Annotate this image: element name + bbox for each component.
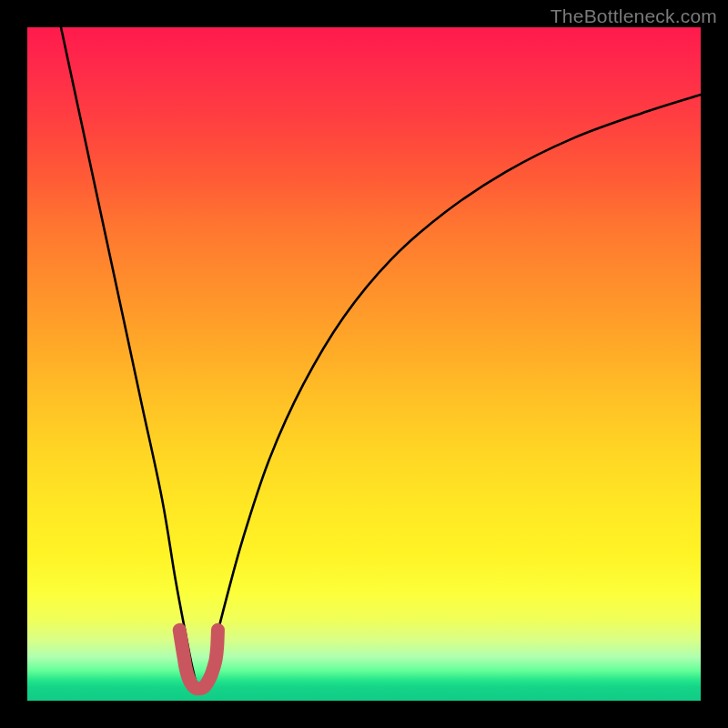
chart-plot-area [27, 27, 701, 701]
chart-svg [27, 27, 701, 701]
watermark-text: TheBottleneck.com [551, 5, 717, 27]
valley-marker [179, 630, 217, 688]
bottleneck-curve [61, 27, 701, 690]
